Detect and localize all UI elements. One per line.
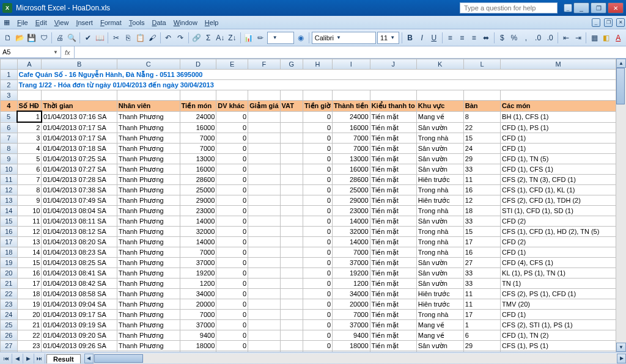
window-minimize-button[interactable]: _: [573, 2, 589, 13]
cell-J26[interactable]: Tiền mặt: [370, 330, 416, 341]
cell-A10[interactable]: 6: [17, 164, 42, 175]
cell-K5[interactable]: Mang về: [416, 111, 463, 122]
currency-icon[interactable]: $: [497, 32, 508, 44]
cell-E12[interactable]: 0: [216, 185, 248, 195]
cell-G4[interactable]: VAT: [280, 101, 303, 112]
cell-G20[interactable]: [280, 268, 303, 278]
cell-M22[interactable]: CFS (2), PS (1), CFD (1): [501, 289, 616, 299]
menubar-minimize-button[interactable]: _: [564, 4, 572, 12]
cell-H25[interactable]: 0: [303, 320, 332, 330]
cell-H10[interactable]: 0: [303, 164, 332, 175]
cell-C5[interactable]: Thanh Phương: [117, 111, 180, 122]
cell-K13[interactable]: Hiên trước: [416, 195, 463, 206]
cell-D3[interactable]: [180, 90, 216, 101]
cell-E5[interactable]: 0: [216, 111, 248, 122]
column-header-L[interactable]: L: [463, 59, 500, 70]
cell-M12[interactable]: CFS (1), CFD (1), KL (1): [501, 185, 616, 195]
cell-K19[interactable]: Sân vườn: [416, 258, 463, 268]
column-header-G[interactable]: G: [280, 59, 303, 70]
cell-J17[interactable]: Tiền mặt: [370, 237, 416, 247]
align-left-icon[interactable]: ≡: [444, 32, 455, 44]
cell-H23[interactable]: 0: [303, 299, 332, 310]
scroll-up-icon[interactable]: ▲: [616, 59, 626, 68]
cell-B26[interactable]: 01/04/2013 09:20 SA: [42, 330, 117, 341]
row-header-8[interactable]: 8: [1, 144, 18, 154]
cell-J11[interactable]: Tiền mặt: [370, 175, 416, 185]
cell-L20[interactable]: 33: [463, 268, 500, 278]
cell-I25[interactable]: 37000: [333, 320, 370, 330]
cell-F9[interactable]: [248, 154, 280, 164]
cell-F22[interactable]: [248, 289, 280, 299]
cell-D8[interactable]: 7000: [180, 144, 216, 154]
cell-F11[interactable]: [248, 175, 280, 185]
cell-D6[interactable]: 16000: [180, 122, 216, 133]
cell-A7[interactable]: 3: [17, 133, 42, 144]
cell-I24[interactable]: 7000: [333, 310, 370, 320]
cell-G28[interactable]: [280, 351, 303, 352]
cell-B15[interactable]: 01/04/2013 08:11 SA: [42, 216, 117, 227]
open-icon[interactable]: 📂: [15, 32, 26, 44]
cell-E15[interactable]: 0: [216, 216, 248, 227]
cell-L13[interactable]: 12: [463, 195, 500, 206]
cell-M25[interactable]: CFS (2), STI (1), PS (1): [501, 320, 616, 330]
cell-B25[interactable]: 01/04/2013 09:19 SA: [42, 320, 117, 330]
horizontal-scroll-thumb[interactable]: [94, 354, 143, 363]
cell-G18[interactable]: [280, 247, 303, 258]
row-header-10[interactable]: 10: [1, 164, 18, 175]
decrease-indent-icon[interactable]: ⇤: [561, 32, 572, 44]
cell-B19[interactable]: 01/04/2013 08:25 SA: [42, 258, 117, 268]
cell-F12[interactable]: [248, 185, 280, 195]
cell-K9[interactable]: Sân vườn: [416, 154, 463, 164]
cell-A24[interactable]: 20: [17, 310, 42, 320]
column-header-K[interactable]: K: [416, 59, 463, 70]
cell-D24[interactable]: 7000: [180, 310, 216, 320]
cell-L12[interactable]: 16: [463, 185, 500, 195]
cell-C24[interactable]: Thanh Phương: [117, 310, 180, 320]
cell-B20[interactable]: 01/04/2013 08:41 SA: [42, 268, 117, 278]
cell-F24[interactable]: [248, 310, 280, 320]
cell-C21[interactable]: Thanh Phương: [117, 278, 180, 289]
cell-F25[interactable]: [248, 320, 280, 330]
cell-L19[interactable]: 27: [463, 258, 500, 268]
cell-C27[interactable]: Thanh Phương: [117, 341, 180, 351]
cell-A19[interactable]: 15: [17, 258, 42, 268]
scroll-right-icon[interactable]: ▶: [617, 354, 626, 363]
cell-K28[interactable]: Trong nhà: [416, 351, 463, 352]
cell-M11[interactable]: CFS (2), TN (3), CFD (1): [501, 175, 616, 185]
chart-icon[interactable]: 📊: [243, 32, 254, 44]
cell-A5[interactable]: 1: [17, 111, 42, 122]
cell-C17[interactable]: Thanh Phương: [117, 237, 180, 247]
cell-D5[interactable]: 24000: [180, 111, 216, 122]
cell-J24[interactable]: Tiền mặt: [370, 310, 416, 320]
column-header-F[interactable]: F: [248, 59, 280, 70]
row-header-25[interactable]: 25: [1, 320, 18, 330]
cell-E26[interactable]: 0: [216, 330, 248, 341]
help-search-input[interactable]: [460, 2, 558, 13]
cell-K23[interactable]: Hiên trước: [416, 299, 463, 310]
column-header-C[interactable]: C: [117, 59, 180, 70]
cell-D11[interactable]: 28600: [180, 175, 216, 185]
cell-I12[interactable]: 25000: [333, 185, 370, 195]
cell-K4[interactable]: Khu vực: [416, 101, 463, 112]
cell-B21[interactable]: 01/04/2013 08:42 SA: [42, 278, 117, 289]
cell-G3[interactable]: [280, 90, 303, 101]
column-header-B[interactable]: B: [42, 59, 117, 70]
cell-A21[interactable]: 17: [17, 278, 42, 289]
cell-E10[interactable]: 0: [216, 164, 248, 175]
cell-F4[interactable]: Giảm giá: [248, 101, 280, 112]
cell-J27[interactable]: Tiền mặt: [370, 341, 416, 351]
cell-K8[interactable]: Sân vườn: [416, 144, 463, 154]
cell-B4[interactable]: Thời gian: [42, 101, 117, 112]
fill-color-icon[interactable]: ◧: [601, 32, 612, 44]
cell-D26[interactable]: 9400: [180, 330, 216, 341]
cell-A25[interactable]: 21: [17, 320, 42, 330]
cell-C12[interactable]: Thanh Phương: [117, 185, 180, 195]
tab-nav-prev-icon[interactable]: ◀: [12, 354, 23, 363]
hyperlink-icon[interactable]: 🔗: [191, 32, 202, 44]
cell-J10[interactable]: Tiền mặt: [370, 164, 416, 175]
cell-J14[interactable]: Tiền mặt: [370, 206, 416, 216]
column-header-E[interactable]: E: [216, 59, 248, 70]
cell-M19[interactable]: CFD (4), CFS (1): [501, 258, 616, 268]
column-header-A[interactable]: A: [17, 59, 42, 70]
cell-I14[interactable]: 23000: [333, 206, 370, 216]
